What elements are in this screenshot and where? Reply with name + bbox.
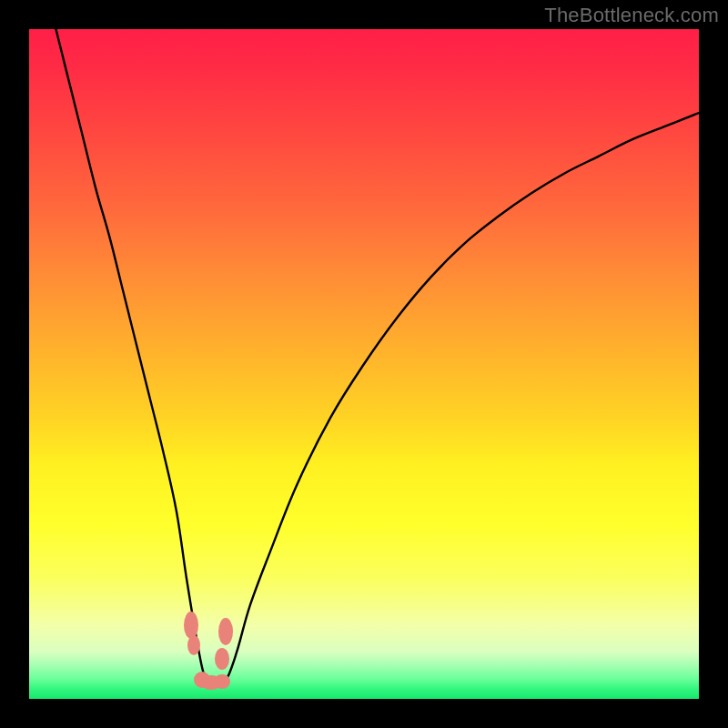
marker-blob bbox=[214, 674, 230, 689]
chart-frame: TheBottleneck.com bbox=[0, 0, 728, 728]
plot-area bbox=[29, 29, 699, 699]
watermark-text: TheBottleneck.com bbox=[544, 4, 719, 27]
marker-blob bbox=[215, 648, 229, 670]
bottleneck-curve bbox=[29, 29, 699, 699]
marker-blob bbox=[187, 635, 200, 655]
